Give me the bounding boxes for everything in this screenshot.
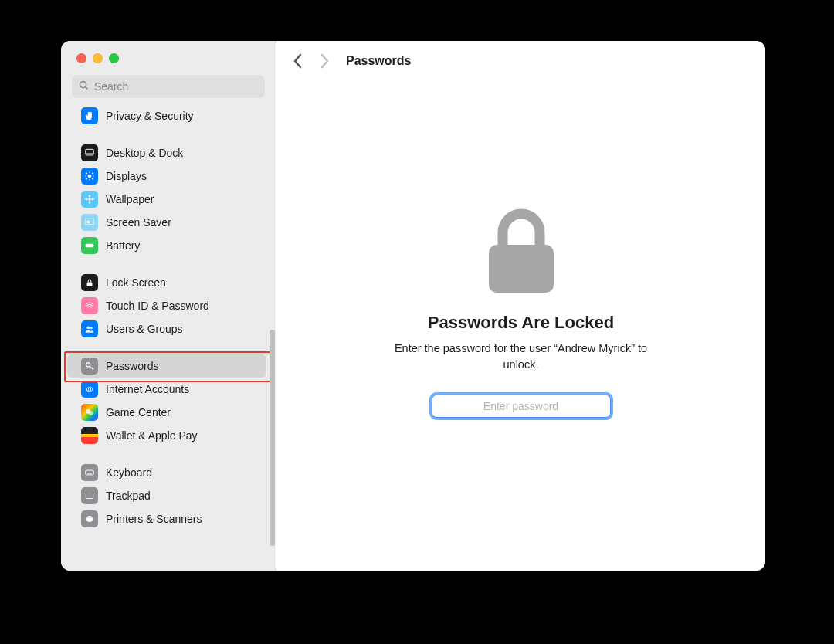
sidebar-item-label: Wallpaper [106,193,154,205]
svg-rect-35 [489,245,554,293]
svg-point-16 [85,198,88,201]
key-icon [81,358,98,375]
sidebar-item-label: Privacy & Security [106,110,194,122]
battery-icon [81,237,98,254]
sidebar-item-printers-scanners[interactable]: Printers & Scanners [67,507,266,530]
svg-line-1 [86,86,88,89]
sidebar-item-game-center[interactable]: Game Center [67,401,266,424]
flower-icon [81,191,98,208]
sidebar-item-wallpaper[interactable]: Wallpaper [67,188,266,211]
page-title: Passwords [346,54,411,68]
svg-rect-29 [86,470,94,475]
close-window-button[interactable] [76,53,86,63]
svg-point-19 [86,221,90,224]
locked-pane: Passwords Are Locked Enter the password … [276,81,765,571]
sidebar-item-wallet-apple-pay[interactable]: Wallet & Apple Pay [67,424,266,447]
sidebar-item-displays[interactable]: Displays [67,164,266,188]
sidebar-item-label: Desktop & Dock [106,147,183,159]
sidebar-item-label: Game Center [106,406,171,419]
sidebar-item-label: Screen Saver [106,216,171,229]
svg-line-10 [92,178,93,179]
sidebar-item-users-groups[interactable]: Users & Groups [67,317,266,341]
sun-icon [81,168,98,185]
wallet-icon [81,427,98,444]
sidebar-item-keyboard[interactable]: Keyboard [67,461,266,484]
header-toolbar: Passwords [276,41,765,81]
password-input[interactable] [432,395,611,418]
keyboard-icon [81,464,98,481]
svg-point-15 [89,201,91,204]
lock-icon [484,205,558,296]
screensaver-icon [81,214,98,231]
svg-point-14 [89,195,91,198]
sidebar-item-battery[interactable]: Battery [67,234,266,257]
fingerprint-icon [81,297,98,314]
sidebar-item-label: Users & Groups [106,323,183,335]
svg-rect-34 [88,520,92,522]
svg-point-25 [86,363,90,367]
locked-title: Passwords Are Locked [428,313,614,333]
svg-point-24 [90,327,93,329]
password-field-wrap[interactable] [432,395,611,418]
sidebar-item-privacy-security[interactable]: Privacy & Security [67,106,266,127]
sidebar-item-label: Printers & Scanners [106,513,202,525]
svg-line-11 [86,178,87,179]
svg-point-17 [91,198,94,201]
settings-window: Privacy & SecurityDesktop & DockDisplays… [61,41,765,571]
sidebar-item-label: Keyboard [106,466,152,479]
sidebar-item-label: Displays [106,170,147,182]
svg-point-28 [89,411,93,415]
sidebar-item-internet-accounts[interactable]: @Internet Accounts [67,378,266,401]
sidebar-item-label: Trackpad [106,490,151,502]
svg-rect-3 [86,154,93,154]
svg-line-12 [92,173,93,174]
at-icon: @ [81,381,98,398]
sidebar-item-label: Passwords [106,360,158,372]
search-input[interactable] [93,80,259,93]
sidebar-item-passwords[interactable]: Passwords [67,354,266,378]
sidebar-item-label: Battery [106,239,140,252]
sidebar-item-label: Wallet & Apple Pay [106,429,198,442]
sidebar-item-label: Internet Accounts [106,383,189,395]
back-button[interactable] [290,52,306,70]
search-field[interactable] [72,75,265,98]
sidebar-item-screen-saver[interactable]: Screen Saver [67,211,266,234]
dock-icon [81,144,98,161]
svg-point-4 [88,175,92,178]
locked-subtitle: Enter the password for the user “Andrew … [382,341,660,373]
svg-point-0 [80,81,86,87]
sidebar-scrollbar[interactable] [270,330,275,546]
sidebar: Privacy & SecurityDesktop & DockDisplays… [61,41,276,571]
printer-icon [81,510,98,527]
svg-rect-33 [88,516,92,517]
svg-rect-22 [87,282,93,286]
svg-rect-20 [86,244,93,248]
svg-point-23 [86,326,90,329]
svg-text:@: @ [86,385,93,393]
hand-icon [81,107,98,124]
sidebar-item-lock-screen[interactable]: Lock Screen [67,271,266,294]
sidebar-item-touch-id-password[interactable]: Touch ID & Password [67,294,266,317]
svg-rect-21 [93,245,93,246]
main-panel: Passwords Passwords Are Locked Enter the… [276,41,765,571]
sidebar-item-trackpad[interactable]: Trackpad [67,484,266,507]
svg-line-9 [86,173,87,174]
sidebar-item-label: Lock Screen [106,276,166,289]
zoom-window-button[interactable] [109,53,119,63]
lockscreen-icon [81,274,98,291]
svg-point-13 [88,198,91,201]
trackpad-icon [81,487,98,504]
sidebar-item-desktop-dock[interactable]: Desktop & Dock [67,141,266,164]
minimize-window-button[interactable] [93,53,103,63]
sidebar-list: Privacy & SecurityDesktop & DockDisplays… [61,106,276,571]
svg-rect-31 [86,493,93,499]
window-controls [61,41,276,75]
search-icon [78,80,93,94]
sidebar-item-label: Touch ID & Password [106,300,209,312]
users-icon [81,320,98,337]
forward-button[interactable] [317,52,332,70]
gamecenter-icon [81,404,98,421]
